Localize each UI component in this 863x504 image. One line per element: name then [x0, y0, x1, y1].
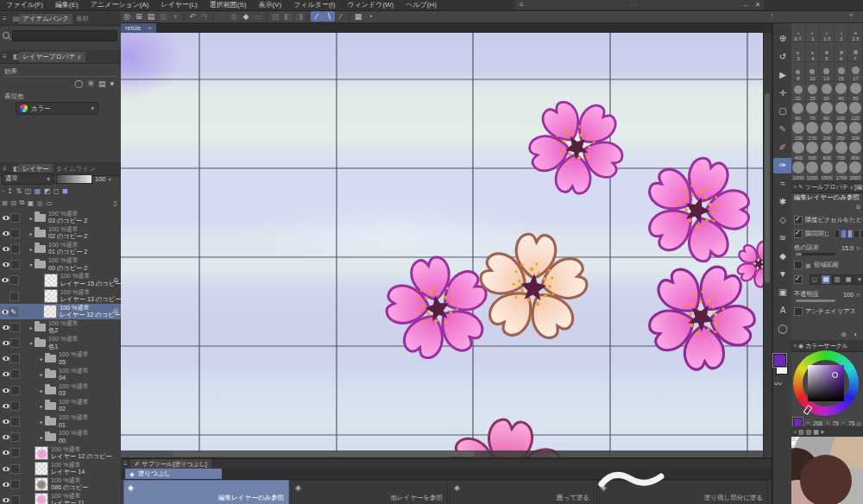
expand-arrow-icon[interactable]: ▸ [28, 246, 35, 252]
layer-thumbnail[interactable] [35, 462, 48, 476]
visibility-toggle[interactable] [1, 325, 10, 330]
brush-size-cell[interactable]: 50 [848, 82, 863, 102]
visibility-toggle[interactable] [1, 341, 10, 345]
visibility-toggle[interactable] [1, 294, 9, 299]
text-tool-icon[interactable]: A [773, 303, 792, 318]
hamburger-icon[interactable]: ≡ [791, 184, 798, 190]
pen-tool-icon[interactable]: ✎ [773, 122, 792, 137]
expand-arrow-icon[interactable]: ▸ [38, 419, 45, 425]
search-input[interactable] [12, 30, 117, 41]
menu-item[interactable]: レイヤー(L) [154, 0, 203, 10]
visibility-toggle[interactable] [1, 216, 10, 220]
menu-item[interactable]: 編集(E) [49, 0, 85, 10]
layer-row[interactable]: 100 %通常 レイヤー 15 のコピー ⧉ [0, 273, 121, 288]
brush-size-cell[interactable]: 30 [820, 82, 835, 102]
expand-arrow-icon[interactable]: ▸ [38, 403, 45, 409]
visibility-toggle[interactable] [1, 356, 10, 361]
layer-row[interactable]: ▸ 100 %通常 01 [0, 413, 121, 429]
brush-size-cell[interactable]: 40 [835, 82, 849, 102]
layer-checkbox[interactable] [10, 229, 20, 238]
layer-command-icon[interactable]: ▣ [28, 199, 35, 207]
brush-size-cell[interactable]: 20 [791, 82, 806, 102]
layer-row[interactable]: ▸ 100 %通常 05 [0, 351, 121, 367]
hamburger-icon[interactable]: ≡ [791, 429, 798, 435]
layer-checkbox[interactable]: ✎ [9, 307, 18, 317]
command-bar-icon[interactable]: ◌ [216, 10, 228, 22]
layer-lock-icon[interactable]: ↥ [7, 187, 13, 195]
layer-row[interactable]: ▸ 100 %通常 02 のコピー 2 [0, 225, 121, 241]
effect-icon[interactable]: ▤ [98, 79, 106, 88]
command-bar-icon[interactable]: ▾ [169, 10, 181, 22]
brush-size-cell[interactable]: 5 [820, 42, 835, 62]
visibility-toggle[interactable] [1, 435, 10, 439]
command-bar-icon[interactable]: ↶ [186, 10, 198, 22]
ref-selected-icon[interactable]: ▥ [832, 274, 842, 285]
brush-size-cell[interactable]: 800 [848, 142, 863, 161]
airbrush-tool-icon[interactable]: ≈ [773, 176, 792, 192]
palette-color-circle[interactable] [800, 455, 852, 504]
brush-size-cell[interactable]: 15 [835, 62, 849, 82]
brush-size-cell[interactable]: 1000 [791, 161, 806, 181]
visibility-toggle[interactable] [1, 247, 10, 251]
brush-size-cell[interactable]: 200 [820, 122, 835, 142]
layer-checkbox[interactable] [10, 213, 20, 223]
visibility-toggle[interactable] [1, 467, 10, 471]
spinner-icon[interactable]: ↻ [856, 245, 860, 251]
canvas-tab-close-icon[interactable]: × [148, 24, 152, 32]
layer-checkbox[interactable] [10, 386, 20, 395]
tp-opacity-value[interactable]: 100 [843, 291, 854, 299]
expand-arrow-icon[interactable]: ▸ [38, 356, 45, 362]
layer-thumbnail[interactable] [44, 274, 58, 287]
subtool-tab[interactable]: ✐ サブツール[塗りつぶし] [130, 459, 211, 469]
brush-size-cell[interactable]: 120 [848, 102, 863, 122]
layer-row[interactable]: ▸ 100 %通常 04 [0, 367, 121, 382]
tab-material[interactable]: 素材 [72, 14, 92, 24]
menu-item[interactable]: 選択範囲(S) [204, 0, 253, 10]
tab-item-bank[interactable]: アイテムバンク [19, 14, 72, 24]
brush-size-cell[interactable]: 0.7 [791, 22, 806, 42]
brush-size-cell[interactable]: 1500 [820, 161, 835, 181]
brush-size-cell[interactable]: 2 [835, 22, 849, 42]
blend-tool-icon[interactable]: ≋ [773, 230, 792, 246]
visibility-toggle[interactable] [1, 498, 10, 502]
brush-size-cell[interactable]: 1200 [806, 161, 821, 181]
layer-row[interactable]: ▸ 100 %通常 03 のコピー 2 [0, 210, 121, 225]
layer-row[interactable]: ▸ 100 %通常 色2 [0, 319, 121, 335]
hamburger-icon[interactable]: ≡ [515, 1, 527, 9]
brush-size-cell[interactable]: 2.5 [848, 22, 863, 42]
layer-checkbox[interactable] [10, 417, 20, 426]
main-color-chip[interactable] [773, 354, 786, 367]
color-margin-slider[interactable] [796, 253, 835, 255]
layer-checkbox[interactable] [10, 323, 20, 332]
effect-icon[interactable]: ▾ [110, 79, 114, 88]
floating-window-titlebar[interactable]: ≡ ⋯ – ✕ [515, 0, 764, 9]
visibility-toggle[interactable] [1, 372, 10, 376]
command-bar-icon[interactable]: ▦ [352, 10, 364, 22]
color-margin-value[interactable]: 15.0 [841, 244, 854, 252]
layer-thumbnail[interactable] [35, 324, 46, 331]
color-set-body[interactable] [791, 437, 863, 504]
command-bar-icon[interactable]: ∖ [323, 11, 335, 22]
layer-lock-icon[interactable]: ⇅ [16, 187, 22, 195]
layer-thumbnail[interactable] [45, 355, 56, 362]
operation-tool-icon[interactable]: ▶ [773, 67, 792, 83]
layer-command-icon[interactable]: ⊟ [10, 199, 16, 207]
layer-checkbox[interactable] [10, 464, 20, 474]
layer-checkbox[interactable] [10, 369, 20, 379]
hamburger-icon[interactable]: ≡ [0, 165, 9, 173]
layer-command-icon[interactable]: ⧉ [19, 198, 24, 207]
opacity-slider[interactable] [56, 174, 92, 184]
menu-item[interactable]: ウィンドウ(W) [341, 0, 400, 10]
layer-thumbnail[interactable] [35, 339, 46, 347]
hamburger-icon[interactable]: ≡ [0, 15, 9, 22]
brush-size-cell[interactable]: 250 [835, 122, 849, 142]
tab-color-circle[interactable]: カラーサークル [805, 342, 848, 350]
visibility-toggle[interactable] [1, 310, 9, 314]
menu-item[interactable]: アニメーション(A) [85, 0, 155, 10]
ref-paper-icon[interactable]: ▤ [821, 274, 831, 285]
command-bar-icon[interactable]: ◨ [293, 10, 306, 22]
subtool-button[interactable]: ◈ 他レイヤーを参照 [291, 480, 448, 504]
layer-thumbnail[interactable] [45, 387, 56, 394]
layer-row[interactable]: 100 %通常 レイヤー 12 のコピー [0, 445, 121, 461]
chevron-down-icon[interactable]: ▾ [854, 274, 863, 285]
